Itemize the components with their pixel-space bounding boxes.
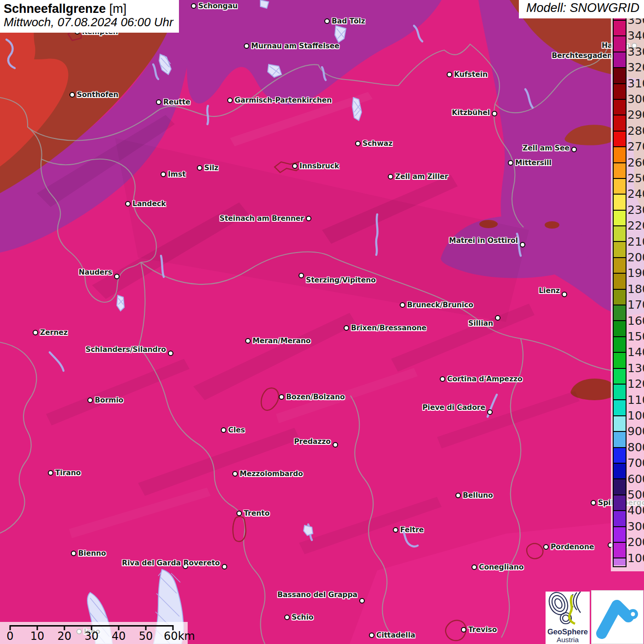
city-dot	[236, 511, 242, 516]
city-label: Meran/Merano	[253, 337, 310, 345]
city-dot	[508, 160, 513, 166]
city-label: Landeck	[132, 200, 166, 208]
city-label: Lienz	[539, 287, 560, 295]
city-label: Belluno	[463, 491, 493, 500]
city-dot	[495, 315, 500, 321]
colorbar-tick-label: 2300	[627, 203, 644, 216]
snowfall-limit-map: SchongauBad TölzKemptenMurnau am Staffel…	[0, 0, 644, 644]
city-label: Bruneck/Brunico	[407, 301, 473, 309]
city-dot	[388, 174, 393, 179]
city-label: Garmisch-Partenkirchen	[235, 96, 332, 104]
colorbar-segment	[614, 494, 626, 510]
city-dot	[306, 216, 311, 221]
colorbar-segment	[614, 162, 626, 178]
city-dot	[197, 165, 202, 171]
city-dot	[355, 141, 361, 146]
scalebar-tick-label: 40	[112, 630, 126, 643]
city-label: Sillian	[468, 319, 493, 328]
colorbar-segment	[614, 526, 626, 542]
city-dot	[191, 3, 196, 9]
city-dot	[447, 72, 452, 77]
colorbar-segment	[614, 305, 626, 320]
colorbar-tick-label: 1600	[627, 314, 644, 327]
map-title: Schneefallgrenze [m]	[4, 2, 173, 16]
colorbar-tick-label: 1400	[627, 345, 644, 359]
scalebar-tick-label: 60km	[164, 630, 195, 643]
city-dot	[125, 201, 131, 207]
city-label: Schwaz	[362, 139, 392, 148]
colorbar-segment	[614, 447, 626, 463]
city-label: Brixen/Bressanone	[351, 324, 426, 332]
city-label: Riva del Garda	[122, 559, 181, 567]
city-dot	[393, 527, 398, 533]
colorbar-tick-label: 2900	[627, 108, 644, 121]
colorbar	[614, 12, 626, 566]
city-dot	[48, 470, 53, 476]
colorbar-segment	[614, 225, 626, 241]
colorbar-segment	[614, 83, 626, 99]
city-dot	[487, 409, 493, 415]
colorbar-tick-label: 1100	[627, 393, 644, 406]
colorbar-tick-label: 1900	[627, 266, 644, 280]
city-dot	[292, 163, 298, 169]
city-dot	[114, 274, 120, 279]
colorbar-tick-label: 1800	[627, 282, 644, 295]
colorbar-tick-label: 1700	[627, 298, 644, 311]
colorbar-tick-label: 2200	[627, 219, 644, 232]
city-dot	[156, 99, 161, 105]
geosphere-org-name: GeoSphere	[546, 627, 590, 636]
city-dot	[333, 442, 338, 448]
city-label: Innsbruck	[299, 162, 339, 170]
city-dot	[344, 325, 349, 331]
colorbar-tick-label: 800	[627, 440, 644, 454]
city-dot	[69, 92, 75, 98]
colorbar-segment	[614, 510, 626, 526]
colorbar-segment	[614, 257, 626, 273]
city-dot	[299, 273, 304, 278]
colorbar-tick-label: 3400	[627, 29, 644, 42]
colorbar-tick-label: 2600	[627, 155, 644, 169]
geosphere-logo-box: GeoSphere Austria	[546, 592, 590, 644]
scalebar-tick-label: 20	[58, 630, 72, 643]
colorbar-tick-label: 100	[627, 551, 644, 564]
city-label: Sterzing/Vipiteno	[306, 276, 376, 284]
city-dot	[440, 376, 445, 382]
city-label: Kufstein	[454, 70, 488, 79]
scalebar-tick-label: 10	[30, 630, 45, 643]
city-label: Cles	[228, 426, 245, 434]
colorbar-segment	[614, 289, 626, 305]
scalebar-tick-label: 0	[6, 630, 13, 643]
colorbar-segment	[614, 368, 626, 384]
city-label: Pordenone	[551, 543, 594, 551]
colorbar-tick-label: 400	[627, 504, 644, 517]
city-dot	[168, 351, 173, 356]
city-label: Cortina d'Ampezzo	[447, 375, 523, 383]
colorbar-segment	[614, 336, 626, 352]
colorbar-tick-label: 200	[627, 535, 644, 549]
colorbar-segment	[614, 320, 626, 336]
city-label: Schlanders/Silandro	[86, 345, 166, 354]
colorbar-segment	[614, 399, 626, 415]
city-dot	[472, 564, 477, 570]
city-label: Silz	[204, 164, 218, 172]
city-dot	[591, 500, 596, 506]
city-label: Steinach am Brenner	[219, 214, 304, 223]
city-dot	[227, 98, 233, 103]
city-dot	[245, 338, 251, 344]
city-dot	[543, 544, 549, 550]
colorbar-tick-label: 3100	[627, 76, 644, 90]
model-label: Modell: SNOWGRID	[519, 0, 644, 18]
colorbar-tick-label: 900	[627, 425, 644, 438]
geosphere-org-country: Austria	[546, 636, 590, 644]
city-label: Zell am See	[523, 144, 569, 152]
colorbar-tick-label: 1500	[627, 330, 644, 343]
colorbar-segment	[614, 463, 626, 478]
city-dot	[279, 394, 284, 400]
city-dot	[369, 632, 374, 638]
city-dot	[244, 43, 249, 49]
city-label: Mezzolombardo	[240, 470, 303, 478]
city-label: Sonthofen	[77, 91, 118, 99]
colorbar-tick-label: 2700	[627, 140, 644, 153]
colorbar-tick-label: 2400	[627, 187, 644, 201]
colorbar-tick-label: 3000	[627, 92, 644, 106]
